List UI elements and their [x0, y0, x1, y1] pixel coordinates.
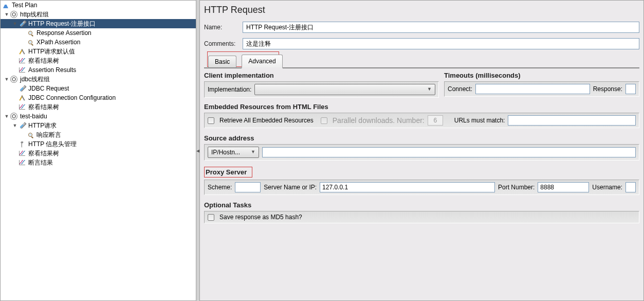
- port-label: Port Number:: [498, 184, 535, 191]
- retrieve-checkbox[interactable]: [208, 117, 214, 124]
- tree-label: http线程组: [19, 10, 49, 19]
- implementation-combo[interactable]: [254, 84, 435, 95]
- tree-label: test-baidu: [19, 113, 47, 120]
- md5-checkbox[interactable]: [208, 214, 214, 221]
- tab-advanced[interactable]: Advanced: [242, 55, 282, 68]
- dropper-icon: [18, 20, 26, 28]
- source-address-input[interactable]: [262, 147, 636, 157]
- wrench-icon: [18, 140, 26, 148]
- tree-node-assertion-results[interactable]: 断言结果: [1, 158, 196, 167]
- tree-label: Response Assertion: [35, 29, 91, 37]
- response-input[interactable]: [625, 84, 636, 94]
- source-combo-value: IP/Hostn...: [211, 149, 240, 156]
- tree-node-jdbc-config[interactable]: JDBC Connection Configuration: [1, 93, 196, 102]
- username-input[interactable]: [625, 182, 636, 192]
- urls-match-label: URLs must match:: [454, 117, 505, 124]
- magnifier-icon: [26, 131, 34, 139]
- chart-icon: [18, 66, 26, 74]
- tree-node-jdbc-request[interactable]: JDBC Request: [1, 84, 196, 93]
- tree-node-testplan[interactable]: Test Plan: [1, 1, 196, 10]
- gear-icon: [10, 10, 18, 19]
- comments-input[interactable]: [243, 38, 639, 49]
- embedded-title: Embedded Resources from HTML Files: [204, 103, 639, 111]
- dropper-icon: [18, 121, 26, 130]
- response-label: Response:: [593, 85, 622, 93]
- tree-node-result-tree[interactable]: 察看结果树: [1, 149, 196, 158]
- magnifier-icon: [26, 29, 34, 37]
- name-input[interactable]: [243, 22, 639, 33]
- flask-icon: [2, 1, 10, 9]
- gear-icon: [10, 112, 18, 120]
- tree-label: jdbc线程组: [19, 75, 50, 84]
- page-title: HTTP Request: [204, 5, 639, 15]
- parallel-label: Parallel downloads. Number:: [333, 116, 425, 125]
- tab-basic[interactable]: Basic: [208, 56, 236, 67]
- tree-node-xpath-assertion[interactable]: XPath Assertion: [1, 38, 196, 47]
- tree-node-threadgroup-jdbc[interactable]: ▼ jdbc线程组: [1, 75, 196, 84]
- tools-icon: [18, 47, 26, 56]
- chart-icon: [18, 57, 26, 65]
- username-label: Username:: [592, 184, 622, 191]
- server-input[interactable]: [320, 182, 495, 192]
- tree-toggle-icon[interactable]: ▼: [4, 114, 10, 119]
- scheme-label: Scheme:: [208, 184, 232, 191]
- scheme-input[interactable]: [235, 182, 261, 192]
- tree-label: HTTP请求: [27, 121, 57, 130]
- chart-icon: [18, 103, 26, 111]
- tree-label: XPath Assertion: [35, 39, 80, 46]
- tree-node-http-defaults[interactable]: HTTP请求默认值: [1, 47, 196, 56]
- tree-label: 察看结果树: [27, 149, 59, 158]
- optional-title: Optional Tasks: [204, 201, 639, 209]
- tree-label: 察看结果树: [27, 103, 59, 112]
- source-type-combo[interactable]: IP/Hostn...: [208, 147, 259, 158]
- tree-node-resp-assertion[interactable]: 响应断言: [1, 130, 196, 139]
- tree-label: JDBC Connection Configuration: [27, 94, 116, 101]
- tree-node-assertion-results[interactable]: Assertion Results: [1, 65, 196, 75]
- client-impl-title: Client implementation: [204, 72, 439, 79]
- tree-toggle-icon[interactable]: ▼: [4, 12, 10, 17]
- tree-node-threadgroup-baidu[interactable]: ▼ test-baidu: [1, 112, 196, 121]
- server-label: Server Name or IP:: [264, 184, 317, 191]
- tree-label: JDBC Request: [27, 85, 69, 92]
- proxy-title: Proxy Server: [204, 167, 252, 178]
- md5-label: Save response as MD5 hash?: [219, 214, 302, 221]
- tree-node-threadgroup-http[interactable]: ▼ http线程组: [1, 10, 196, 19]
- tree-label: 察看结果树: [27, 57, 59, 65]
- tree-node-result-tree[interactable]: 察看结果树: [1, 102, 196, 112]
- chart-icon: [18, 158, 26, 167]
- urls-match-input[interactable]: [508, 115, 636, 126]
- comments-label: Comments:: [204, 40, 237, 47]
- tree-label: HTTP请求默认值: [27, 47, 75, 56]
- tree-node-response-assertion[interactable]: Response Assertion: [1, 28, 196, 38]
- tools-icon: [18, 94, 26, 102]
- tree-node-header-manager[interactable]: HTTP 信息头管理: [1, 139, 196, 149]
- tree-label: 断言结果: [27, 158, 53, 167]
- name-label: Name:: [204, 24, 237, 31]
- tree-toggle-icon[interactable]: ▼: [4, 77, 10, 82]
- tabs-row: Basic Advanced: [204, 55, 639, 68]
- gear-icon: [10, 75, 18, 83]
- tree-label: Assertion Results: [27, 66, 76, 74]
- parallel-number: 6: [428, 115, 443, 126]
- tree-panel: Test Plan ▼ http线程组 ▼ HTTP Request-注册接口 …: [0, 0, 196, 301]
- tree-label: HTTP 信息头管理: [27, 140, 77, 149]
- chart-icon: [18, 149, 26, 157]
- editor-panel: HTTP Request Name: Comments: Basic Advan…: [199, 0, 644, 301]
- dropper-icon: [18, 84, 26, 93]
- tree-node-http-req[interactable]: ▼ HTTP请求: [1, 121, 196, 130]
- tree-label: HTTP Request-注册接口: [27, 20, 96, 28]
- implementation-label: Implementation:: [208, 86, 251, 93]
- tree-toggle-icon[interactable]: ▼: [12, 21, 18, 26]
- connect-input[interactable]: [475, 84, 590, 94]
- tree-node-http-request[interactable]: ▼ HTTP Request-注册接口: [1, 19, 196, 28]
- source-title: Source address: [204, 134, 639, 142]
- tree-node-result-tree[interactable]: 察看结果树: [1, 56, 196, 65]
- tree-toggle-icon[interactable]: ▼: [12, 123, 18, 128]
- port-input[interactable]: [538, 182, 589, 192]
- connect-label: Connect:: [448, 85, 472, 93]
- parallel-checkbox: [321, 117, 327, 124]
- tree-label: 响应断言: [35, 131, 61, 139]
- timeouts-title: Timeouts (milliseconds): [444, 72, 639, 79]
- tree-label: Test Plan: [11, 2, 37, 9]
- retrieve-label: Retrieve All Embedded Resources: [219, 117, 314, 124]
